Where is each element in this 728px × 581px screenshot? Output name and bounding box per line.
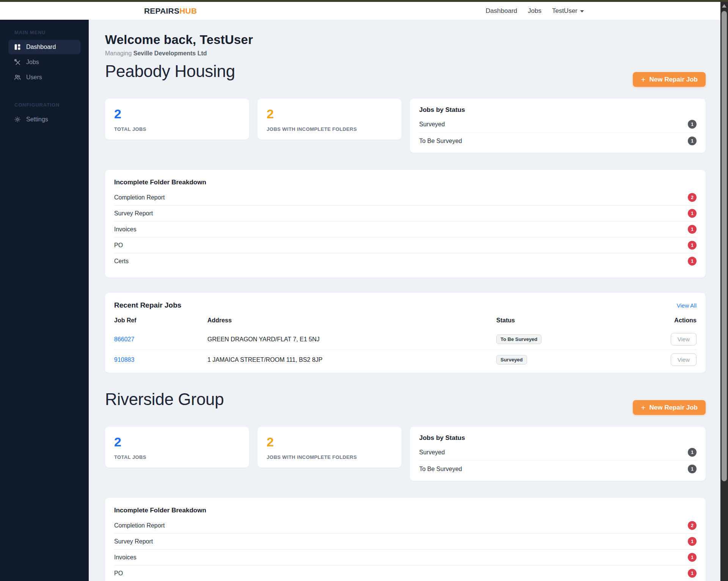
stats-row: 2 TOTAL JOBS 2 JOBS WITH INCOMPLETE FOLD… xyxy=(105,99,706,153)
breakdown-count-badge: 1 xyxy=(688,225,697,234)
company-name: Seville Developments Ltd xyxy=(133,50,207,57)
folder-breakdown-title: Incomplete Folder Breakdown xyxy=(114,507,697,514)
sidebar-item-label: Users xyxy=(26,74,42,81)
col-header-address: Address xyxy=(207,317,496,324)
col-header-job-ref: Job Ref xyxy=(114,317,207,324)
triangle-up-icon xyxy=(722,4,726,8)
gear-icon xyxy=(14,116,21,123)
sidebar-item-users[interactable]: Users xyxy=(8,70,80,85)
view-job-button[interactable]: View xyxy=(671,333,697,345)
status-label: Surveyed xyxy=(419,121,445,128)
breakdown-label: PO xyxy=(114,242,123,249)
sidebar-section-main-menu: MAIN MENU xyxy=(14,30,89,35)
total-jobs-value: 2 xyxy=(114,435,240,448)
sidebar-item-jobs[interactable]: Jobs xyxy=(8,55,80,69)
job-status-badge: Surveyed xyxy=(496,355,527,364)
dashboard-icon xyxy=(14,44,21,50)
new-repair-job-label: New Repair Job xyxy=(649,404,698,411)
scrollbar-thumb[interactable] xyxy=(722,11,727,481)
status-count-badge: 1 xyxy=(688,465,697,473)
folder-breakdown-card: Incomplete Folder Breakdown Completion R… xyxy=(105,170,706,278)
breakdown-label: Invoices xyxy=(114,226,136,233)
breakdown-row: Completion Report 2 xyxy=(114,190,697,206)
incomplete-folders-value: 2 xyxy=(267,435,392,448)
breakdown-row: Invoices 1 xyxy=(114,550,697,565)
logo-text-primary: REPAIRS xyxy=(144,6,179,15)
total-jobs-value: 2 xyxy=(114,107,240,120)
status-row: Surveyed 1 xyxy=(419,444,697,460)
new-repair-job-label: New Repair Job xyxy=(649,76,698,83)
breakdown-row: Invoices 1 xyxy=(114,221,697,237)
total-jobs-label: TOTAL JOBS xyxy=(114,454,240,460)
users-icon xyxy=(14,74,21,81)
jobs-by-status-card: Jobs by Status Surveyed 1 To Be Surveyed… xyxy=(410,427,706,481)
incomplete-folders-card: 2 JOBS WITH INCOMPLETE FOLDERS xyxy=(257,427,402,468)
new-repair-job-button[interactable]: + New Repair Job xyxy=(633,72,706,87)
new-repair-job-button[interactable]: + New Repair Job xyxy=(633,400,706,415)
breakdown-row: Completion Report 2 xyxy=(114,518,697,534)
status-row: Surveyed 1 xyxy=(419,116,697,132)
status-label: Surveyed xyxy=(419,449,445,456)
jobs-by-status-card: Jobs by Status Surveyed 1 To Be Surveyed… xyxy=(410,99,706,153)
incomplete-folders-value: 2 xyxy=(267,107,392,120)
navbar-links: Dashboard Jobs TestUser xyxy=(486,7,584,15)
job-address: 1 JAMAICA STREET/ROOM 111, BS2 8JP xyxy=(207,356,496,363)
col-header-actions: Actions xyxy=(674,317,697,324)
group-title: Peabody Housing xyxy=(105,63,706,80)
breakdown-label: PO xyxy=(114,570,123,577)
status-count-badge: 1 xyxy=(688,120,697,129)
view-all-link[interactable]: View All xyxy=(677,302,697,309)
sidebar-item-label: Dashboard xyxy=(26,44,56,50)
col-header-status: Status xyxy=(496,317,651,324)
main-content: Welcome back, TestUser Managing Seville … xyxy=(89,20,728,581)
table-row: 910883 1 JAMAICA STREET/ROOM 111, BS2 8J… xyxy=(114,349,697,370)
table-row: 866027 GREEN DRAGON YARD/FLAT 7, E1 5NJ … xyxy=(114,329,697,349)
caret-down-icon xyxy=(580,10,584,13)
vertical-scrollbar[interactable] xyxy=(720,2,728,581)
view-job-button[interactable]: View xyxy=(671,353,697,366)
job-ref-link[interactable]: 866027 xyxy=(114,336,207,343)
breakdown-count-badge: 1 xyxy=(688,241,697,250)
nav-link-dashboard[interactable]: Dashboard xyxy=(486,7,517,15)
folder-breakdown-title: Incomplete Folder Breakdown xyxy=(114,179,697,186)
group-title: Riverside Group xyxy=(105,391,706,408)
user-menu-dropdown[interactable]: TestUser xyxy=(552,7,584,15)
nav-link-jobs[interactable]: Jobs xyxy=(528,7,541,15)
recent-jobs-title: Recent Repair Jobs xyxy=(114,301,181,309)
repairshub-logo[interactable]: REPAIRSHUB xyxy=(144,6,197,16)
breakdown-row: PO 1 xyxy=(114,565,697,581)
breakdown-label: Survey Report xyxy=(114,210,153,217)
breakdown-row: Survey Report 1 xyxy=(114,534,697,550)
sidebar-item-settings[interactable]: Settings xyxy=(8,112,80,127)
status-label: To Be Surveyed xyxy=(419,466,462,473)
sidebar: MAIN MENU Dashboard Jobs Users CONFIGURA… xyxy=(0,20,89,581)
breakdown-label: Completion Report xyxy=(114,194,165,201)
group-section-peabody: Peabody Housing + New Repair Job 2 TOTAL… xyxy=(105,63,706,373)
scrollbar-up-arrow[interactable] xyxy=(720,4,728,9)
breakdown-label: Certs xyxy=(114,258,129,265)
sidebar-section-configuration: CONFIGURATION xyxy=(14,102,89,108)
breakdown-count-badge: 1 xyxy=(688,257,697,265)
recent-repair-jobs-card: Recent Repair Jobs View All Job Ref Addr… xyxy=(105,293,706,373)
group-section-riverside: Riverside Group + New Repair Job 2 TOTAL… xyxy=(105,391,706,581)
breakdown-count-badge: 1 xyxy=(688,553,697,562)
status-label: To Be Surveyed xyxy=(419,138,462,144)
jobs-by-status-title: Jobs by Status xyxy=(419,434,697,442)
total-jobs-card: 2 TOTAL JOBS xyxy=(105,99,249,140)
incomplete-folders-label: JOBS WITH INCOMPLETE FOLDERS xyxy=(267,454,392,460)
sidebar-item-dashboard[interactable]: Dashboard xyxy=(8,40,80,54)
job-ref-link[interactable]: 910883 xyxy=(114,356,207,363)
breakdown-count-badge: 1 xyxy=(688,209,697,218)
plus-icon: + xyxy=(641,404,645,411)
user-menu-label: TestUser xyxy=(552,7,577,15)
breakdown-label: Survey Report xyxy=(114,538,153,545)
incomplete-folders-label: JOBS WITH INCOMPLETE FOLDERS xyxy=(267,126,392,132)
sidebar-item-label: Jobs xyxy=(26,59,39,66)
sidebar-item-label: Settings xyxy=(26,116,48,123)
folder-breakdown-card: Incomplete Folder Breakdown Completion R… xyxy=(105,498,706,581)
managing-subtitle: Managing Seville Developments Ltd xyxy=(105,50,706,57)
status-count-badge: 1 xyxy=(688,137,697,145)
plus-icon: + xyxy=(641,75,645,83)
status-row: To Be Surveyed 1 xyxy=(419,460,697,477)
breakdown-count-badge: 1 xyxy=(688,569,697,578)
